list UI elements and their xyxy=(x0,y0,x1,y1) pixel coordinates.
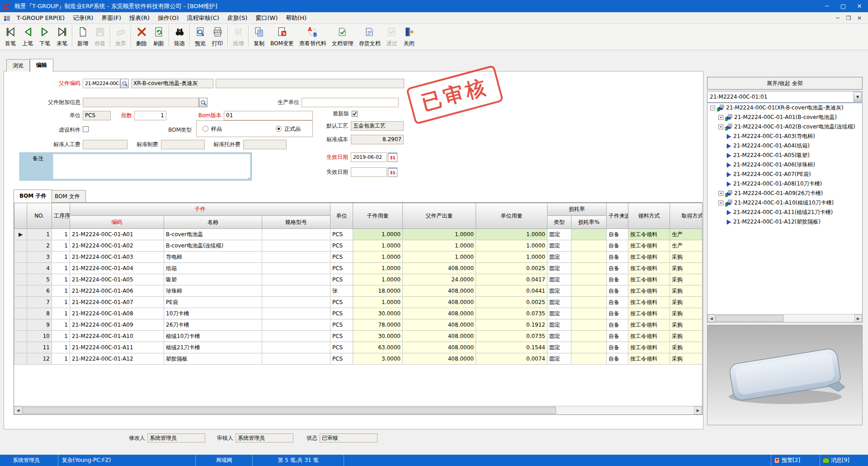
cell-qty[interactable]: 1.0000 xyxy=(353,297,403,308)
cell-source[interactable]: 自备 xyxy=(607,331,628,342)
cell-loss-rate[interactable] xyxy=(571,319,607,331)
bom-version-input[interactable]: 01 xyxy=(224,111,313,120)
tree-node[interactable]: 21-M2224-00C-01-A04(纸箱) xyxy=(708,141,862,151)
cell-acquire[interactable]: 采购 xyxy=(670,331,703,342)
cell-qty[interactable]: 78.0000 xyxy=(353,319,403,331)
cell-unit-qty[interactable]: 1.0000 xyxy=(476,229,547,240)
header-acquire[interactable]: 取得方式 xyxy=(670,203,703,229)
table-row[interactable]: 11121-M2224-00C-01-A11植绒21刀卡槽PCS63.00004… xyxy=(14,342,703,353)
tree-node[interactable]: 21-M2224-00C-01-A03(导电棉) xyxy=(708,132,862,141)
cell-seq[interactable]: 1 xyxy=(52,263,70,274)
cell-unit-qty[interactable]: 0.0735 xyxy=(476,331,547,342)
expand-icon[interactable]: + xyxy=(718,200,723,205)
cell-acquire[interactable]: 生产 xyxy=(670,229,703,240)
virtual-part-checkbox[interactable] xyxy=(83,126,89,132)
cell-qty[interactable]: 1.0000 xyxy=(353,274,403,285)
cell-loss-rate[interactable] xyxy=(571,274,607,285)
table-row[interactable]: 9121-M2224-00C-01-A0926刀卡槽PCS78.0000408.… xyxy=(14,319,703,331)
cell-parent-output[interactable]: 1.0000 xyxy=(403,229,476,240)
header-loss-rate[interactable]: 损耗率% xyxy=(571,216,607,229)
cell-name[interactable]: 纸箱 xyxy=(164,263,262,274)
menu-item-5[interactable]: 流程审核(C) xyxy=(183,13,223,23)
cell-picking[interactable]: 按工令领料 xyxy=(628,274,670,285)
minimize-button[interactable]: ─ xyxy=(819,0,835,12)
cell-source[interactable]: 自备 xyxy=(607,229,628,240)
cell-code[interactable]: 21-M2224-00C-01-A06 xyxy=(70,285,164,297)
cell-unit[interactable]: PCS xyxy=(330,319,353,331)
cell-loss-rate[interactable] xyxy=(571,252,607,263)
cell-seq[interactable]: 1 xyxy=(52,342,70,353)
cell-acquire[interactable]: 采购 xyxy=(670,342,703,353)
tree-version-dropdown[interactable]: 21-M2224-00C-01:01 ▼ xyxy=(707,91,863,103)
cell-parent-output[interactable]: 408.0000 xyxy=(403,331,476,342)
cell-unit[interactable]: PCS xyxy=(330,342,353,353)
cell-loss-type[interactable]: 固定 xyxy=(547,297,571,308)
cell-code[interactable]: 21-M2224-00C-01-A12 xyxy=(70,353,164,365)
cell-picking[interactable]: 按工令领料 xyxy=(628,308,670,319)
header-loss-type[interactable]: 类型 xyxy=(547,216,571,229)
row-selector[interactable] xyxy=(14,297,27,308)
cell-loss-type[interactable]: 固定 xyxy=(547,252,571,263)
cell-no[interactable]: 3 xyxy=(27,252,52,263)
cell-spec[interactable] xyxy=(262,308,330,319)
cell-no[interactable]: 10 xyxy=(27,331,52,342)
table-row[interactable]: ▶1121-M2224-00C-01-A01B-cover电池盖PCS1.000… xyxy=(14,229,703,240)
cell-parent-output[interactable]: 408.0000 xyxy=(403,285,476,297)
cell-no[interactable]: 1 xyxy=(27,229,52,240)
cell-parent-output[interactable]: 408.0000 xyxy=(403,319,476,331)
cell-loss-type[interactable]: 固定 xyxy=(547,331,571,342)
cell-spec[interactable] xyxy=(262,229,330,240)
cell-spec[interactable] xyxy=(262,274,330,285)
row-selector[interactable] xyxy=(14,252,27,263)
cell-spec[interactable] xyxy=(262,319,330,331)
cell-seq[interactable]: 1 xyxy=(52,297,70,308)
cell-qty[interactable]: 30.0000 xyxy=(353,308,403,319)
row-selector[interactable] xyxy=(14,342,27,353)
tree-expand-collapse-button[interactable]: 展开/收起 全部 xyxy=(707,77,863,90)
cell-qty[interactable]: 1.0000 xyxy=(353,263,403,274)
row-selector[interactable] xyxy=(14,285,27,297)
header-picking[interactable]: 领料方式 xyxy=(628,203,670,229)
table-row[interactable]: 3121-M2224-00C-01-A03导电棉PCS1.00001.00001… xyxy=(14,252,703,263)
expand-icon[interactable]: + xyxy=(718,124,723,129)
scroll-right-icon[interactable]: ▶ xyxy=(694,406,702,414)
cell-seq[interactable]: 1 xyxy=(52,240,70,252)
cell-parent-output[interactable]: 1.0000 xyxy=(403,240,476,252)
cell-name[interactable]: 塑胶隔板 xyxy=(164,353,262,365)
expand-icon[interactable]: + xyxy=(718,115,723,120)
cell-acquire[interactable]: 生产 xyxy=(670,240,703,252)
parent-code-input[interactable]: 21-M2224-00C-01 xyxy=(83,79,120,88)
cell-qty[interactable]: 1.0000 xyxy=(353,229,403,240)
cell-loss-type[interactable]: 固定 xyxy=(547,285,571,297)
cell-parent-output[interactable]: 408.0000 xyxy=(403,263,476,274)
tree-node[interactable]: 21-M2224-00C-01-A11(植绒21刀卡槽) xyxy=(708,208,862,217)
cell-spec[interactable] xyxy=(262,252,330,263)
cell-acquire[interactable]: 采购 xyxy=(670,252,703,263)
cell-picking[interactable]: 按工令领料 xyxy=(628,297,670,308)
cell-no[interactable]: 5 xyxy=(27,274,52,285)
toolbar-button-nav-first[interactable]: 首笔 xyxy=(2,24,19,48)
cell-spec[interactable] xyxy=(262,342,330,353)
tree-node[interactable]: −21-M2224-00C-01(XR-B-cover电池盖-奥迪灰) xyxy=(708,103,862,113)
cell-seq[interactable]: 1 xyxy=(52,308,70,319)
cell-code[interactable]: 21-M2224-00C-01-A07 xyxy=(70,297,164,308)
cell-source[interactable]: 自备 xyxy=(607,297,628,308)
cell-unit[interactable]: PCS xyxy=(330,308,353,319)
cell-picking[interactable]: 按工令领料 xyxy=(628,353,670,365)
table-row[interactable]: 4121-M2224-00C-01-A04纸箱PCS1.0000408.0000… xyxy=(14,263,703,274)
header-parent-output[interactable]: 父件产出量 xyxy=(403,203,476,229)
tab-edit[interactable]: 编辑 xyxy=(30,59,53,72)
cell-parent-output[interactable]: 24.0000 xyxy=(403,274,476,285)
cell-source[interactable]: 自备 xyxy=(607,240,628,252)
cell-unit-qty[interactable]: 0.1912 xyxy=(476,319,547,331)
cell-name[interactable]: B-cover电池盖 xyxy=(164,229,262,240)
cell-qty[interactable]: 63.0000 xyxy=(353,342,403,353)
tree-node[interactable]: +21-M2224-00C-01-A01(B-cover电池盖) xyxy=(708,113,862,122)
header-code[interactable]: 编码 xyxy=(70,216,164,229)
cell-loss-rate[interactable] xyxy=(571,240,607,252)
cell-code[interactable]: 21-M2224-00C-01-A10 xyxy=(70,331,164,342)
row-selector[interactable] xyxy=(14,263,27,274)
cell-seq[interactable]: 1 xyxy=(52,353,70,365)
cell-unit-qty[interactable]: 0.0025 xyxy=(476,297,547,308)
cell-loss-rate[interactable] xyxy=(571,285,607,297)
